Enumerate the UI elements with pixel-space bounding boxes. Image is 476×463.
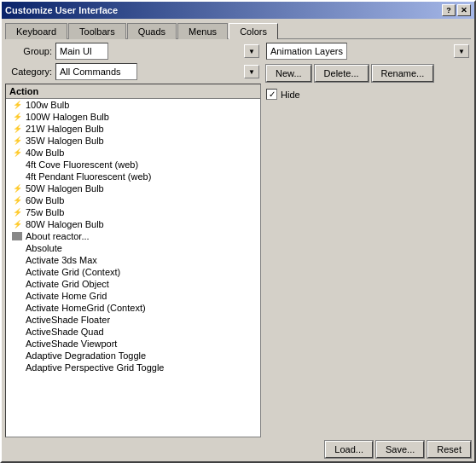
title-bar-buttons: ? ✕ <box>442 4 471 16</box>
item-icon: ⚡ <box>11 112 23 122</box>
list-item[interactable]: ActiveShade Viewport <box>6 338 260 350</box>
item-icon <box>11 171 23 182</box>
list-header: Action <box>6 84 260 99</box>
item-icon: ⚡ <box>11 148 23 158</box>
list-item[interactable]: About reactor... <box>6 230 260 242</box>
right-panel: Animation Layers New... Delete... Rename… <box>266 43 471 437</box>
list-item[interactable]: ⚡ 60w Bulb <box>6 194 260 206</box>
item-icon: ⚡ <box>11 207 23 217</box>
item-icon <box>11 279 23 289</box>
reset-button[interactable]: Reset <box>427 441 471 458</box>
load-button[interactable]: Load... <box>325 441 373 458</box>
item-icon <box>11 243 23 253</box>
list-item[interactable]: 4ft Cove Fluorescent (web) <box>6 159 260 171</box>
list-item[interactable]: Activate Grid Object <box>6 278 260 290</box>
help-button[interactable]: ? <box>442 4 456 16</box>
list-item[interactable]: 4ft Pendant Fluorescent (web) <box>6 171 260 182</box>
main-area: Group: Main UI Category: All Commands <box>5 43 471 437</box>
hide-row: ✓ Hide <box>266 89 471 100</box>
group-label: Group: <box>5 46 52 56</box>
list-item[interactable]: Activate 3ds Max <box>6 254 260 266</box>
item-icon <box>11 159 23 170</box>
animation-layers-select-wrapper: Animation Layers <box>266 43 471 60</box>
category-label: Category: <box>5 67 52 77</box>
new-button[interactable]: New... <box>266 65 311 82</box>
window-title: Customize User Interface <box>5 5 118 15</box>
hide-checkbox[interactable]: ✓ <box>266 89 277 100</box>
item-icon <box>11 303 23 313</box>
title-bar: Customize User Interface ? ✕ <box>2 2 474 19</box>
list-item[interactable]: Activate HomeGrid (Context) <box>6 302 260 314</box>
category-row: Category: All Commands <box>5 63 261 80</box>
tab-toolbars[interactable]: Toolbars <box>68 23 126 39</box>
list-item[interactable]: ActiveShade Quad <box>6 326 260 338</box>
list-item[interactable]: ActiveShade Floater <box>6 314 260 326</box>
group-select-wrapper: Main UI <box>55 43 261 60</box>
category-select-wrapper: All Commands <box>55 63 261 80</box>
content-area: Keyboard Toolbars Quads Menus Colors Gro… <box>2 19 474 461</box>
hide-checkbox-label[interactable]: ✓ Hide <box>266 89 300 100</box>
left-panel: Group: Main UI Category: All Commands <box>5 43 261 437</box>
item-icon <box>11 231 23 241</box>
item-icon <box>11 315 23 325</box>
item-icon: ⚡ <box>11 219 23 229</box>
main-window: Customize User Interface ? ✕ Keyboard To… <box>0 0 476 463</box>
group-select[interactable]: Main UI <box>55 43 108 60</box>
tab-colors[interactable]: Colors <box>229 23 278 39</box>
animation-layers-select[interactable]: Animation Layers <box>266 43 347 60</box>
item-icon: ⚡ <box>11 183 23 194</box>
item-icon <box>11 350 23 361</box>
list-item[interactable]: Activate Grid (Context) <box>6 266 260 278</box>
list-item[interactable]: Absolute <box>6 242 260 254</box>
item-icon <box>11 327 23 337</box>
spacer <box>266 103 471 437</box>
list-item[interactable]: ⚡ 40w Bulb <box>6 147 260 159</box>
tab-keyboard[interactable]: Keyboard <box>5 23 67 39</box>
tabs-bar: Keyboard Toolbars Quads Menus Colors <box>5 22 471 39</box>
list-header-label: Action <box>9 86 38 96</box>
close-button[interactable]: ✕ <box>457 4 471 16</box>
rename-button[interactable]: Rename... <box>372 65 434 82</box>
item-icon <box>11 291 23 301</box>
list-item[interactable]: ⚡ 80W Halogen Bulb <box>6 218 260 230</box>
list-item[interactable]: Adaptive Degradation Toggle <box>6 350 260 362</box>
list-item[interactable]: Adaptive Perspective Grid Toggle <box>6 362 260 373</box>
item-icon: ⚡ <box>11 100 23 110</box>
item-icon: ⚡ <box>11 195 23 205</box>
category-select[interactable]: All Commands <box>55 63 137 80</box>
item-icon: ⚡ <box>11 136 23 146</box>
item-icon <box>11 339 23 349</box>
item-icon <box>11 255 23 265</box>
item-icon <box>11 267 23 277</box>
list-item[interactable]: ⚡ 50W Halogen Bulb <box>6 182 260 194</box>
animation-layers-row: Animation Layers <box>266 43 471 60</box>
list-item[interactable]: ⚡ 35W Halogen Bulb <box>6 135 260 147</box>
list-item[interactable]: Activate Home Grid <box>6 290 260 302</box>
tab-quads[interactable]: Quads <box>127 23 177 39</box>
tab-menus[interactable]: Menus <box>177 23 228 39</box>
list-scroll[interactable]: ⚡ 100w Bulb ⚡ 100W Halogen Bulb ⚡ 21W Ha… <box>6 99 260 437</box>
bottom-buttons: Load... Save... Reset <box>5 441 471 458</box>
delete-button[interactable]: Delete... <box>315 65 369 82</box>
group-row: Group: Main UI <box>5 43 261 60</box>
list-item[interactable]: ⚡ 21W Halogen Bulb <box>6 123 260 135</box>
gray-box-icon <box>12 232 22 240</box>
save-button[interactable]: Save... <box>376 441 424 458</box>
item-icon: ⚡ <box>11 124 23 134</box>
list-item[interactable]: ⚡ 75w Bulb <box>6 206 260 218</box>
action-list-container: Action ⚡ 100w Bulb ⚡ 100W Halogen Bulb ⚡ <box>5 84 261 437</box>
item-icon <box>11 362 23 373</box>
list-item[interactable]: ⚡ 100W Halogen Bulb <box>6 111 260 123</box>
list-item[interactable]: ⚡ 100w Bulb <box>6 99 260 111</box>
hide-label: Hide <box>281 90 300 100</box>
animation-buttons: New... Delete... Rename... <box>266 65 471 82</box>
